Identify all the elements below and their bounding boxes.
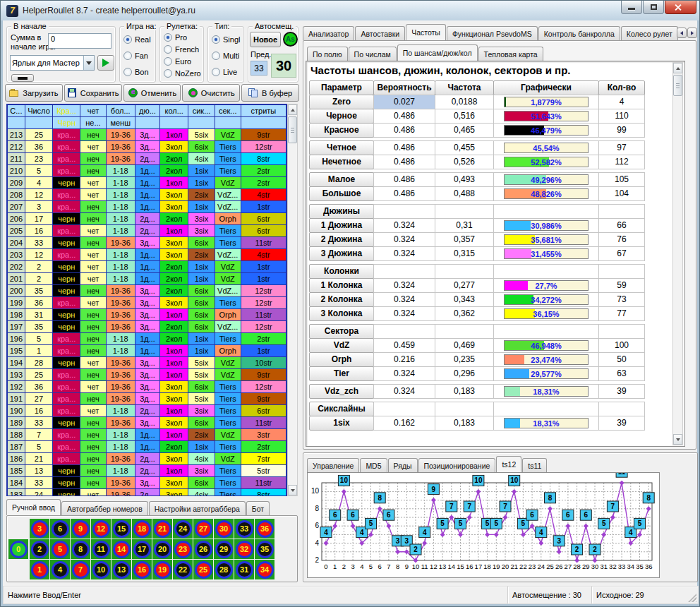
number-button-36[interactable]: 36 — [255, 519, 274, 539]
number-button-2[interactable]: 2 — [30, 539, 49, 559]
series-tab-5[interactable]: ts12 — [496, 456, 521, 472]
tabs-scroll-left-icon[interactable] — [677, 28, 687, 38]
scroll-down-icon[interactable] — [673, 434, 682, 445]
freq-param-button[interactable]: Четное — [309, 140, 374, 155]
main-tab-5[interactable]: Контроль банкролла — [538, 26, 620, 40]
ruletka-option-french[interactable]: French — [164, 45, 199, 54]
number-button-21[interactable]: 21 — [152, 519, 172, 539]
freq-param-button[interactable]: 3 Колонка — [309, 306, 374, 321]
column-header[interactable] — [241, 117, 286, 129]
freq-column-header[interactable]: Вероятность — [373, 80, 435, 95]
preset-combobox[interactable]: Ярлык для Мастер — [10, 55, 95, 71]
main-tab-1[interactable]: Анализатор — [303, 26, 354, 40]
tip-option-live[interactable]: Live — [212, 68, 237, 76]
freq-param-button[interactable]: Малое — [309, 172, 374, 187]
column-header[interactable] — [215, 117, 241, 129]
freq-param-button[interactable]: VdZ — [309, 338, 374, 353]
freq-param-button[interactable]: Orph — [309, 352, 374, 367]
column-header[interactable]: бол... — [106, 105, 135, 117]
column-header[interactable] — [188, 117, 215, 129]
column-header[interactable]: менш — [106, 117, 135, 129]
number-button-19[interactable]: 19 — [152, 560, 172, 579]
input-tab-3[interactable]: Настройки автограббера — [149, 501, 246, 515]
sub-tab-4[interactable]: Тепловая карта — [478, 47, 543, 61]
ruletka-option-euro[interactable]: Euro — [164, 57, 191, 66]
freq-param-button[interactable]: Нечетное — [309, 155, 374, 169]
number-button-25[interactable]: 25 — [193, 560, 213, 579]
freq-column-header[interactable]: Частота — [435, 80, 494, 95]
radio-icon[interactable] — [212, 68, 220, 76]
start-sum-input[interactable]: 0 — [48, 33, 111, 49]
number-button-24[interactable]: 24 — [173, 519, 193, 539]
number-button-34[interactable]: 34 — [255, 560, 274, 579]
radio-icon[interactable] — [164, 33, 172, 42]
freq-param-button[interactable]: 2 Колонка — [309, 292, 374, 307]
radio-icon[interactable] — [212, 35, 220, 44]
history-row[interactable]: 1875кра...неч1-181д...2кол1sixTiers2str — [8, 441, 286, 453]
toolbar-button-4[interactable]: Очистить — [182, 84, 240, 102]
collapse-button[interactable] — [11, 74, 34, 82]
history-row[interactable]: 19016кра...чет1-182д...1кол3sixTiers6str — [8, 405, 286, 417]
ruletka-option-pro[interactable]: Pro — [164, 33, 187, 42]
number-button-7[interactable]: 7 — [71, 560, 90, 579]
freq-column-header[interactable]: Кол-во — [598, 80, 645, 95]
freq-column-header[interactable]: Параметр — [309, 80, 374, 95]
toolbar-button-2[interactable]: Сохранить — [64, 84, 122, 102]
combobox-dropdown-icon[interactable] — [83, 56, 94, 70]
freq-param-button[interactable]: Сикслайны — [309, 402, 374, 416]
history-row[interactable]: 18513черннеч1-182д...1кол3sixTiers5str — [8, 465, 286, 477]
freq-column-header[interactable]: Графически — [493, 80, 599, 95]
igra-na-option-real[interactable]: Real — [123, 35, 151, 44]
column-header[interactable]: Число — [25, 105, 52, 117]
scrollbar-thumb[interactable] — [288, 116, 297, 143]
history-row[interactable]: 20035черннеч19-363д...2кол6sixVdZ...12st… — [8, 285, 286, 297]
freq-param-button[interactable]: Vdz_zch — [309, 384, 374, 399]
titlebar[interactable]: 7 HelperRoullet 8.7 - create helperroull… — [1, 1, 700, 20]
column-header[interactable]: Кра... — [53, 105, 80, 117]
number-button-16[interactable]: 16 — [132, 560, 152, 579]
history-row[interactable]: 18621кра...неч19-362д...3кол4sixVdZ7str — [8, 453, 286, 465]
radio-icon[interactable] — [123, 68, 132, 76]
main-tab-3[interactable]: Частоты — [406, 24, 446, 40]
history-row[interactable]: 19325кра...неч19-363д...1кол5sixVdZ9str — [8, 369, 286, 381]
freq-param-button[interactable]: Tier — [309, 366, 374, 381]
sub-tab-1[interactable]: По полю — [307, 47, 348, 61]
history-row[interactable]: 2094чернчет1-181д...1кол1sixVdZ2str — [8, 177, 286, 189]
number-button-12[interactable]: 12 — [91, 519, 111, 539]
play-button[interactable] — [97, 55, 114, 71]
column-header[interactable]: С... — [8, 105, 25, 117]
history-row[interactable]: 1965кра...неч1-181д...2кол1sixTiers2str — [8, 333, 286, 345]
number-button-8[interactable]: 8 — [71, 539, 90, 559]
column-header[interactable] — [160, 117, 188, 129]
tip-option-multi[interactable]: Multi — [212, 52, 239, 60]
number-button-31[interactable]: 31 — [234, 560, 254, 579]
history-row[interactable]: 18433черннеч19-363д...3кол6sixTiers11str — [8, 477, 286, 489]
number-button-33[interactable]: 33 — [234, 519, 254, 539]
number-button-30[interactable]: 30 — [214, 519, 234, 539]
history-row[interactable]: 20433черннеч19-363д...3кол6sixTiers11str — [8, 237, 286, 249]
main-tab-6[interactable]: Колесо рулет — [621, 26, 678, 40]
scrollbar-thumb[interactable] — [673, 75, 682, 96]
freq-param-button[interactable]: 1six — [309, 416, 374, 431]
number-button-0[interactable]: 0 — [8, 539, 28, 559]
column-header[interactable]: Черн — [53, 117, 80, 129]
toolbar-button-3[interactable]: Отменить — [123, 84, 181, 102]
freq-param-button[interactable]: 2 Дюжина — [309, 232, 374, 247]
series-tab-3[interactable]: Ряды — [388, 458, 418, 472]
freq-param-button[interactable]: 1 Дюжина — [309, 218, 374, 233]
as-button[interactable]: As — [283, 32, 298, 47]
history-table-scrollbar[interactable] — [287, 104, 298, 496]
number-button-13[interactable]: 13 — [111, 560, 131, 579]
number-button-4[interactable]: 4 — [50, 560, 70, 579]
history-row[interactable]: 1887кра...неч1-181д...1кол2sixVdZ3str — [8, 429, 286, 441]
history-row[interactable]: 21123кра...неч19-362д...2кол4sixTiers8st… — [8, 153, 286, 165]
column-header[interactable] — [8, 117, 25, 129]
frequencies-scrollbar[interactable] — [672, 62, 683, 445]
main-tab-4[interactable]: Функционал PsevdoMS — [447, 26, 538, 40]
column-header[interactable]: чет — [80, 105, 106, 117]
number-button-18[interactable]: 18 — [132, 519, 152, 539]
freq-param-button[interactable]: Красное — [309, 123, 374, 138]
history-row[interactable]: 19428чернчет19-363д...1кол5sixVdZ10str — [8, 357, 286, 369]
column-header[interactable]: кол... — [160, 105, 188, 117]
history-row[interactable]: 2105кра...неч1-181д...2кол1sixTiers2str — [8, 165, 286, 177]
